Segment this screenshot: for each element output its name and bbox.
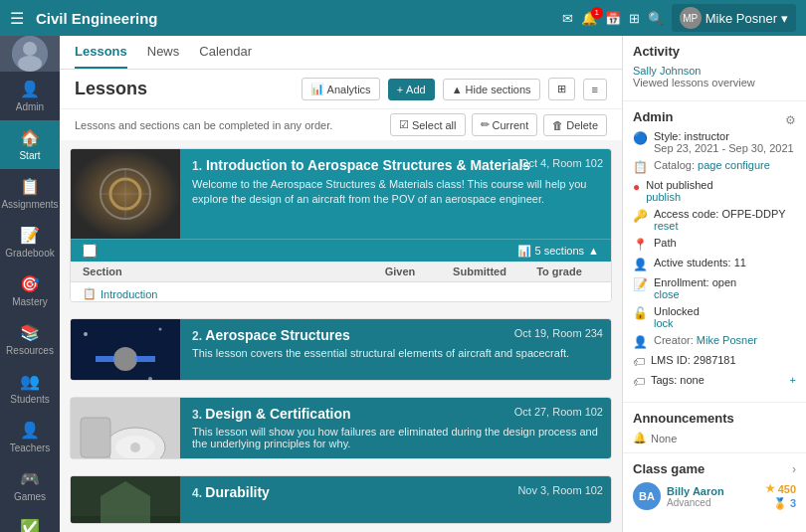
path-icon: 📍 [633,238,648,252]
sidebar-label-resources: Resources [6,345,54,356]
sidebar-label-games: Games [14,491,46,502]
player-name[interactable]: Billy Aaron [667,485,724,497]
notification-icon[interactable]: 🔔1 [581,11,597,26]
lesson-1-date: Oct 4, Room 102 [520,157,603,169]
style-icon: 🔵 [633,131,648,145]
grid-icon[interactable]: ⊞ [629,11,640,26]
sidebar-item-assignments[interactable]: 📋 Assignments [0,169,60,218]
class-game-arrow[interactable]: › [792,462,796,476]
sidebar-item-start[interactable]: 🏠 Start [0,120,60,169]
tab-lessons[interactable]: Lessons [75,36,127,69]
sidebar-item-admin[interactable]: 👤 Admin [0,72,60,120]
published-icon: ● [633,180,640,194]
sidebar-item-teachers[interactable]: 👤 Teachers [0,413,60,461]
add-button[interactable]: + Add [388,79,435,100]
analytics-icon: 📊 [310,83,324,95]
admin-title: Admin [633,109,673,124]
delete-icon: 🗑 [552,119,563,131]
game-player: BA Billy Aaron Advanced ★ 450 🏅 3 [633,482,796,510]
sidebar-label-start: Start [19,150,40,161]
svg-rect-20 [81,418,110,457]
reset-link[interactable]: reset [654,220,678,232]
announcements-none: 🔔 None [633,432,796,444]
attendance-icon: ✅ [20,518,40,532]
calendar-icon[interactable]: 📅 [605,11,621,26]
lesson-2-desc: This lesson covers the essential structu… [192,347,599,359]
activity-section: Activity Sally Johnson Viewed lessons ov… [623,36,806,101]
hide-sections-button[interactable]: ▲ Hide sections [443,79,540,100]
delete-button[interactable]: 🗑 Delete [543,114,607,136]
assignments-icon: 📋 [20,177,40,196]
course-title: Civil Engineering [36,10,562,27]
catalog-configure-link[interactable]: configure [725,159,770,171]
creator-link[interactable]: Mike Posner [697,334,757,346]
sidebar-label-teachers: Teachers [10,443,51,453]
add-tag-button[interactable]: + [790,374,796,386]
lesson-2-thumbnail [71,319,180,381]
tab-calendar[interactable]: Calendar [199,36,252,69]
activity-item-0: Sally Johnson Viewed lessons overview [633,65,796,89]
sub-actions-bar: Lessons and sections can be completed in… [60,109,622,140]
class-game-header: Class game › [633,461,796,476]
lesson-1-sections-btn[interactable]: 📊 5 sections ▲ [517,245,599,258]
close-link[interactable]: close [654,288,680,300]
lesson-4-date: Nov 3, Room 102 [517,484,603,496]
lesson-3-header: 3. Design & Certification This lesson wi… [71,398,611,459]
style-dates: Sep 23, 2021 - Sep 30, 2021 [654,142,794,154]
user-menu[interactable]: MP Mike Posner ▾ [672,4,796,32]
nav-icons: ✉ 🔔1 📅 ⊞ 🔍 MP Mike Posner ▾ [562,4,796,32]
current-button[interactable]: ✏ Current [472,113,538,136]
catalog-page-link[interactable]: page [698,159,721,171]
sidebar-item-resources[interactable]: 📚 Resources [0,315,60,364]
admin-icon: 👤 [20,80,40,98]
publish-link[interactable]: publish [646,191,681,203]
sidebar-label-assignments: Assignments [1,199,58,210]
hide-icon: ▲ [452,84,463,95]
lesson-1-checkbox[interactable] [83,244,97,258]
section-link-introduction[interactable]: 📋 Introduction [83,287,360,300]
email-icon[interactable]: ✉ [562,11,573,26]
admin-row-enrollment: 📝 Enrollment: open close [633,276,796,300]
player-level: Advanced [667,497,724,508]
sections-table-header: Section Given Submitted To grade [71,262,611,282]
access-icon: 🔑 [633,209,648,223]
lesson-4-thumbnail [71,476,180,524]
tabs-bar: Lessons News Calendar [60,36,622,70]
sidebar: 👤 Admin 🏠 Start 📋 Assignments 📝 Gradeboo… [0,36,60,532]
class-game-title: Class game [633,461,705,476]
lesson-4: 4. Durability Nov 3, Room 102 [70,475,612,524]
lesson-2-header: 2. Aerospace Structures This lesson cove… [71,319,611,381]
lesson-1-sections-table: Section Given Submitted To grade 📋 Intro… [71,262,611,302]
select-all-button[interactable]: ☑ Select all [390,113,466,136]
list-view-button[interactable]: ≡ [583,79,607,100]
avatar-box [0,36,60,72]
path-label: Path [654,237,677,249]
list-view-icon: ≡ [592,84,598,95]
sidebar-item-mastery[interactable]: 🎯 Mastery [0,266,60,315]
gear-icon[interactable]: ⚙ [785,113,796,127]
analytics-button[interactable]: 📊 Analytics [302,78,380,100]
sidebar-item-attendance[interactable]: ✅ Attendance [0,510,60,532]
hamburger-icon[interactable]: ☰ [10,9,24,28]
search-icon[interactable]: 🔍 [648,11,664,26]
grid-view-button[interactable]: ⊞ [548,78,575,100]
mastery-icon: 🎯 [20,274,40,293]
svg-rect-10 [96,356,115,362]
class-game-section: Class game › BA Billy Aaron Advanced ★ 4… [623,453,806,518]
select-icon: ☑ [399,118,409,131]
user-avatar: MP [680,7,702,29]
published-label: Not published [646,179,712,191]
tab-news[interactable]: News [147,36,180,69]
announcements-title: Announcements [633,411,796,426]
plus-icon: + [397,84,403,95]
lock-link[interactable]: lock [654,317,674,329]
admin-section: Admin ⚙ 🔵 Style: instructor Sep 23, 2021… [623,101,806,403]
activity-title: Activity [633,44,796,59]
sidebar-item-games[interactable]: 🎮 Games [0,461,60,510]
svg-point-1 [23,42,37,56]
sidebar-item-gradebook[interactable]: 📝 Gradebook [0,218,60,266]
top-nav: ☰ Civil Engineering ✉ 🔔1 📅 ⊞ 🔍 MP Mike P… [0,0,806,36]
sidebar-item-students[interactable]: 👥 Students [0,364,60,413]
enrollment-icon: 📝 [633,277,648,291]
activity-user-0[interactable]: Sally Johnson [633,65,796,77]
